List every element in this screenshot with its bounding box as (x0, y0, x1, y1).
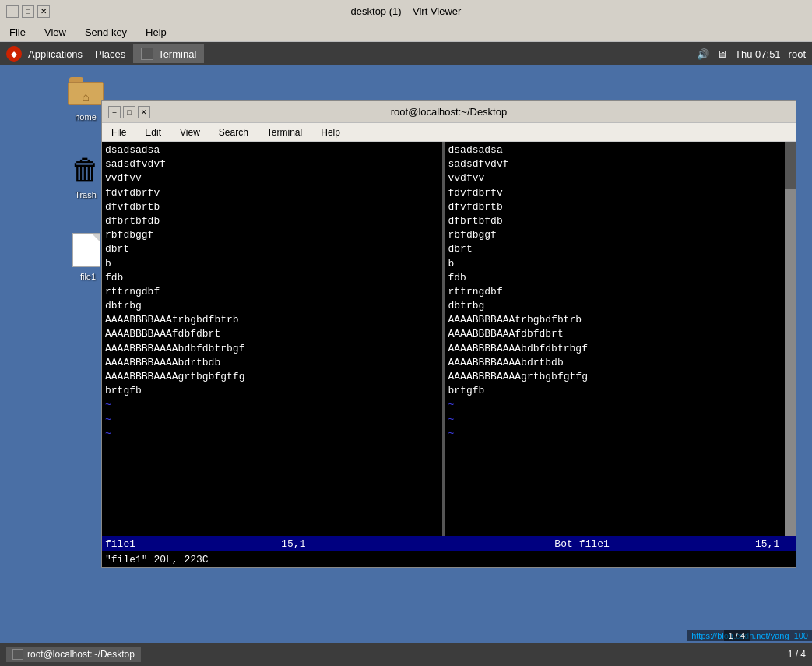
vim-position-left: 15,1 (281, 538, 305, 550)
places-label[interactable]: Places (90, 47, 130, 62)
applications-label[interactable]: Applications (23, 47, 87, 62)
house-symbol: ⌂ (82, 90, 90, 104)
terminal-tab[interactable]: Terminal (133, 44, 204, 63)
terminal-title: root@localhost:~/Desktop (152, 106, 746, 118)
taskbar-terminal-label: root@localhost:~/Desktop (27, 649, 135, 660)
terminal-maximize-btn[interactable]: □ (123, 106, 135, 118)
terminal-window: – □ ✕ root@localhost:~/Desktop File Edit… (101, 100, 796, 568)
vim-filename-right: file1 (579, 538, 610, 550)
network-icon: 🖥 (717, 48, 727, 60)
trash-bin-icon: 🗑 (67, 151, 104, 189)
virt-maximize-btn[interactable]: □ (22, 5, 34, 18)
virt-menu-view[interactable]: View (41, 25, 69, 40)
file1-label: file1 (80, 272, 96, 281)
virt-viewer-menubar: File View Send key Help (0, 23, 812, 42)
virt-menu-help[interactable]: Help (142, 25, 170, 40)
vim-scrollbar[interactable] (785, 142, 796, 536)
terminal-menu-edit[interactable]: Edit (142, 125, 164, 139)
vim-right-pane: dsadsadsa sadsdfvdvf vvdfvv fdvfdbrfv df… (445, 142, 786, 536)
applications-menu[interactable]: ◆ Applications (6, 46, 87, 62)
vim-statusbar-right: file1 15,1 Bot (576, 536, 796, 551)
gnome-logo-icon: ◆ (6, 46, 22, 62)
watermark: https://blog.csdn.net/yang_100 (687, 630, 812, 641)
terminal-close-btn[interactable]: ✕ (138, 106, 150, 118)
terminal-menu-help[interactable]: Help (318, 125, 343, 139)
vim-editor[interactable]: dsadsadsa sadsdfvdvf vvdfvv fdvfdbrfv df… (102, 142, 796, 567)
vim-content-area: dsadsadsa sadsdfvdvf vvdfvv fdvfdbrfv df… (102, 142, 796, 536)
terminal-tab-label: Terminal (158, 48, 196, 60)
vim-position-right: 15,1 (755, 538, 779, 550)
virt-minimize-btn[interactable]: – (6, 5, 19, 18)
virt-close-btn[interactable]: ✕ (37, 5, 50, 18)
vim-bot-left: Bot (554, 538, 572, 550)
vim-statusbar-left: file1 15,1 Bot (102, 536, 576, 551)
terminal-menu-search[interactable]: Search (216, 125, 251, 139)
trash-symbol: 🗑 (71, 153, 100, 187)
trash-label: Trash (75, 190, 97, 199)
home-label: home (75, 112, 97, 122)
gnome-panel: ◆ Applications Places Terminal 🔊 🖥 Thu 0… (0, 42, 812, 65)
terminal-menu-terminal[interactable]: Terminal (264, 125, 305, 139)
terminal-minimize-btn[interactable]: – (108, 106, 121, 118)
terminal-menubar: File Edit View Search Terminal Help (102, 123, 796, 142)
vim-cmdline: "file1" 20L, 223C (102, 551, 796, 567)
terminal-titlebar: – □ ✕ root@localhost:~/Desktop (102, 101, 796, 123)
virt-viewer-title: desktop (1) – Virt Viewer (53, 5, 759, 17)
page-counter: 1 / 4 (724, 630, 750, 641)
virt-menu-sendkey[interactable]: Send key (82, 25, 130, 40)
terminal-menu-view[interactable]: View (177, 125, 203, 139)
taskbar-page-counter: 1 / 4 (788, 649, 806, 660)
vim-statusbars: file1 15,1 Bot file1 (102, 536, 796, 551)
virt-menu-file[interactable]: File (6, 25, 29, 40)
vim-scroll-thumb (785, 142, 796, 189)
terminal-menu-file[interactable]: File (108, 125, 129, 139)
taskbar: root@localhost:~/Desktop 1 / 4 (0, 643, 812, 666)
taskbar-terminal-icon (12, 649, 23, 660)
vim-cmdline-text: "file1" 20L, 223C (105, 554, 209, 566)
desktop: ⌂ home 🗑 Trash file1 – □ ✕ (0, 65, 812, 666)
clock-label: Thu 07:51 (735, 48, 781, 60)
virt-viewer-titlebar: – □ ✕ desktop (1) – Virt Viewer (0, 0, 812, 23)
user-label: root (789, 48, 806, 60)
vim-left-pane: dsadsadsa sadsdfvdvf vvdfvv fdvfdbrfv df… (102, 142, 442, 536)
volume-icon[interactable]: 🔊 (697, 48, 709, 60)
taskbar-terminal-item[interactable]: root@localhost:~/Desktop (6, 647, 141, 662)
terminal-tab-icon (141, 48, 153, 60)
home-folder-icon: ⌂ (67, 73, 104, 111)
vim-filename-left: file1 (105, 538, 135, 550)
file-page-shape (72, 233, 100, 267)
